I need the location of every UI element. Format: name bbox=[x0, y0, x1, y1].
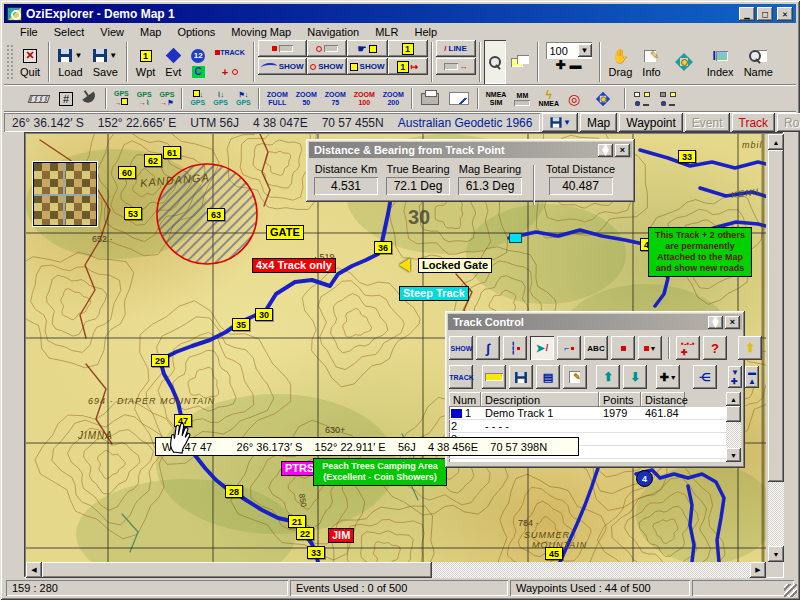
zoom-full-button[interactable]: ZOOMFULL bbox=[263, 90, 292, 108]
map-mode-button[interactable]: Map bbox=[580, 113, 617, 132]
info-button[interactable]: ✎ Info bbox=[637, 40, 665, 84]
map-doc-button[interactable]: 1 bbox=[388, 40, 428, 57]
scroll-left-icon[interactable]: ◀ bbox=[26, 562, 42, 578]
point-drag-button[interactable]: ☛ bbox=[347, 40, 388, 57]
waypoint-button[interactable]: 1 Wpt bbox=[131, 40, 161, 84]
show-waypoint-props-button[interactable] bbox=[258, 40, 307, 57]
menu-help[interactable]: Help bbox=[406, 24, 445, 40]
get-waypoints-gps-button[interactable]: ↓GPS bbox=[186, 89, 209, 108]
quit-button[interactable]: ✕ Quit bbox=[15, 40, 45, 84]
waypoint-marker-62[interactable]: 62 bbox=[144, 154, 162, 167]
nmea-sim-button[interactable]: NMEASIM bbox=[482, 90, 511, 108]
move-map-button[interactable] bbox=[585, 85, 621, 113]
send-waypoints-gps-button[interactable]: GPS→ bbox=[110, 89, 133, 108]
help-button[interactable]: ? bbox=[703, 336, 727, 360]
remove-point-button[interactable]: ▬▲ bbox=[745, 366, 759, 388]
minimize-button[interactable]: ▁ bbox=[739, 7, 755, 21]
vertical-scroll-thumb[interactable] bbox=[768, 150, 784, 482]
zoom-dropdown-icon[interactable]: ▼ bbox=[578, 44, 592, 57]
map-label-gate[interactable]: GATE bbox=[266, 225, 304, 240]
route-waypoint-4[interactable]: 4 bbox=[636, 470, 653, 487]
get-tracks-gps-button[interactable]: ⚑↓GPS bbox=[232, 90, 255, 108]
table-row[interactable]: 1Demo Track 11979461.84 bbox=[449, 407, 741, 420]
menu-view[interactable]: View bbox=[92, 24, 132, 40]
index-map-button[interactable]: I Index bbox=[702, 40, 739, 84]
zoom-50-button[interactable]: ZOOM50 bbox=[292, 90, 321, 108]
mm-button[interactable]: MM bbox=[510, 91, 534, 107]
waypoint-marker-60[interactable]: 60 bbox=[118, 166, 136, 179]
table-row[interactable]: 2- - - - bbox=[449, 420, 741, 433]
move-down-button[interactable]: ⬇ bbox=[623, 365, 647, 389]
waypoint-marker-22[interactable]: 22 bbox=[296, 527, 314, 540]
point-feature-button[interactable]: 12 C bbox=[186, 40, 210, 84]
measure-button[interactable] bbox=[24, 94, 54, 104]
map-label-steep-track[interactable]: Steep Track bbox=[399, 286, 469, 301]
waypoint-marker-28[interactable]: 28 bbox=[225, 485, 243, 498]
map-doc2-button[interactable]: 1↦ bbox=[388, 58, 428, 75]
track-list-button[interactable]: TRACK bbox=[449, 365, 473, 389]
show-points-button[interactable]: SHOW bbox=[347, 58, 388, 75]
load-button[interactable]: ▼ Load bbox=[53, 40, 87, 84]
rollup-icon[interactable]: ▲▼ bbox=[598, 144, 613, 157]
send-routes-gps-button[interactable]: GPS→⌇ bbox=[133, 90, 156, 108]
scroll-down-icon[interactable]: ▼ bbox=[768, 546, 784, 562]
horizontal-scroll-thumb[interactable] bbox=[42, 562, 432, 578]
track-properties-button[interactable]: ✎ bbox=[563, 365, 587, 389]
vertical-scrollbar[interactable]: ▲ ▼ bbox=[768, 134, 784, 562]
waypoint-marker-29[interactable]: 29 bbox=[151, 354, 169, 367]
track-control-titlebar[interactable]: Track Control ▲▼ × bbox=[448, 314, 742, 330]
point-color-button[interactable] bbox=[611, 336, 635, 360]
scroll-up-icon[interactable]: ▲ bbox=[768, 134, 784, 150]
show-track-button[interactable]: SHOW bbox=[258, 58, 307, 75]
track-mode-button[interactable]: TRACK + bbox=[210, 40, 250, 84]
scroll-right-icon[interactable]: ▶ bbox=[750, 562, 766, 578]
zoom-in-button[interactable]: ✚ bbox=[555, 60, 565, 70]
maximize-button[interactable]: □ bbox=[757, 7, 773, 21]
map-label-4x4-track-only[interactable]: 4x4 Track only bbox=[252, 258, 336, 273]
menu-select[interactable]: Select bbox=[46, 24, 93, 40]
waypoint-marker-33[interactable]: 33 bbox=[307, 546, 325, 559]
map-comment-note[interactable]: This Track + 2 othersare permanentlyAtta… bbox=[648, 227, 752, 277]
table-scroll-thumb[interactable] bbox=[726, 406, 741, 422]
track-split-button[interactable]: ⌐ bbox=[557, 336, 581, 360]
rollup-icon[interactable]: ▲▼ bbox=[708, 316, 723, 329]
position-format2-button[interactable] bbox=[655, 91, 681, 107]
close-icon[interactable]: × bbox=[725, 316, 740, 329]
send-tracks-gps-button[interactable]: GPS→⚑ bbox=[156, 90, 179, 108]
selected-track-point[interactable] bbox=[509, 233, 522, 243]
map-label-locked-gate[interactable]: Locked Gate bbox=[418, 258, 492, 273]
close-icon[interactable]: × bbox=[615, 144, 630, 157]
toolbar-drag-handle[interactable] bbox=[6, 44, 13, 80]
show-track-button[interactable]: SHOW bbox=[449, 336, 473, 360]
zoom-out-button[interactable]: ▬ bbox=[570, 60, 582, 70]
show-events-button[interactable]: SHOW bbox=[307, 58, 347, 75]
zoom-75-button[interactable]: ZOOM75 bbox=[321, 90, 350, 108]
track-list-doc-button[interactable]: ▤ bbox=[536, 365, 560, 389]
waypoint-marker-35[interactable]: 35 bbox=[232, 318, 250, 331]
magnify-button[interactable] bbox=[484, 40, 506, 84]
menu-navigation[interactable]: Navigation bbox=[299, 24, 367, 40]
table-scrollbar[interactable]: ▲ ▼ bbox=[726, 392, 741, 462]
scroll-down-icon[interactable]: ▼ bbox=[726, 448, 741, 462]
track-edit-pointer-button[interactable]: ➤/ bbox=[530, 336, 554, 360]
zoom-200-button[interactable]: ZOOM200 bbox=[379, 90, 408, 108]
menu-file[interactable]: File bbox=[12, 24, 46, 40]
event-button[interactable]: Evt bbox=[160, 40, 186, 84]
gps-config-button[interactable] bbox=[78, 94, 102, 103]
drag-map-button[interactable]: ✋ Drag bbox=[604, 40, 638, 84]
waypoint-marker-45[interactable]: 45 bbox=[545, 547, 563, 560]
save-track-button[interactable] bbox=[509, 365, 533, 389]
waypoint-marker-53[interactable]: 53 bbox=[124, 207, 142, 220]
waypoint-marker-63[interactable]: 63 bbox=[207, 208, 225, 221]
waypoint-mode-button[interactable]: Waypoint bbox=[619, 113, 683, 132]
track-style-line-button[interactable]: ∫ bbox=[476, 336, 500, 360]
get-routes-gps-button[interactable]: ⌇↓GPS bbox=[209, 90, 232, 108]
insert-point-button[interactable]: ▼✚ bbox=[728, 366, 742, 388]
simulate-button[interactable]: ◎ bbox=[563, 90, 585, 108]
map-label-jim[interactable]: JIM bbox=[328, 528, 354, 543]
close-button[interactable]: ✕ bbox=[777, 7, 793, 21]
menu-mlr[interactable]: MLR bbox=[367, 24, 406, 40]
name-search-button[interactable]: Name bbox=[739, 40, 778, 84]
profile-button[interactable] bbox=[444, 91, 474, 106]
show-event-props-button[interactable] bbox=[307, 40, 347, 57]
